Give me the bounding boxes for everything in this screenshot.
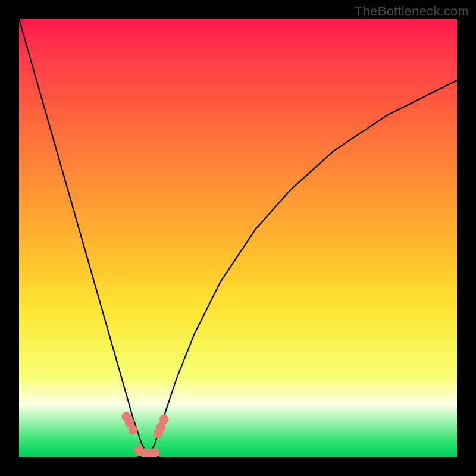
curve-right — [137, 80, 457, 457]
chart-svg — [19, 19, 457, 457]
outer-frame: TheBottleneck.com — [0, 0, 476, 476]
highlight-points — [122, 412, 168, 457]
datapoint — [160, 415, 168, 424]
plot-area — [19, 19, 457, 457]
curve-left — [19, 19, 159, 457]
watermark-text: TheBottleneck.com — [355, 4, 469, 19]
datapoint — [156, 423, 165, 431]
datapoint — [151, 449, 159, 457]
datapoint — [129, 425, 137, 434]
